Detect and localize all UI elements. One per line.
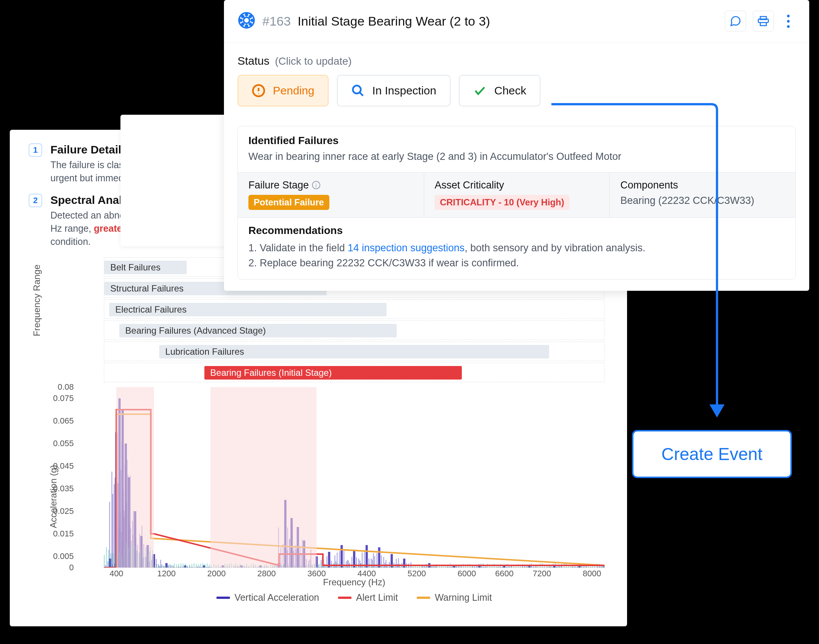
- create-event-label: Create Event: [661, 444, 762, 464]
- svg-rect-244: [561, 566, 562, 567]
- svg-rect-285: [161, 566, 161, 567]
- status-inspection-button[interactable]: In Inspection: [337, 75, 450, 106]
- svg-rect-175: [366, 545, 368, 567]
- failure-stage-cell: Failure Stagei Potential Failure: [238, 173, 424, 218]
- band-chip: Belt Failures: [104, 261, 187, 274]
- create-event-button[interactable]: Create Event: [632, 430, 792, 478]
- svg-rect-401: [415, 566, 415, 567]
- svg-rect-297: [187, 566, 188, 567]
- svg-point-504: [353, 86, 361, 94]
- band-chip: Lubrication Failures: [159, 345, 549, 359]
- status-inspection-label: In Inspection: [372, 84, 436, 97]
- svg-rect-289: [170, 564, 171, 567]
- svg-rect-358: [321, 563, 321, 567]
- svg-rect-282: [154, 566, 155, 567]
- svg-rect-166: [346, 562, 347, 567]
- svg-rect-195: [398, 558, 399, 567]
- svg-rect-194: [396, 559, 397, 567]
- plot-svg: [104, 387, 604, 567]
- status-check-button[interactable]: Check: [459, 75, 541, 106]
- recommendations-list: Validate in the field 14 inspection sugg…: [260, 241, 785, 271]
- svg-rect-10: [114, 484, 114, 567]
- svg-rect-74: [168, 565, 169, 567]
- plot-area: [104, 387, 604, 567]
- step-badge-1: 1: [29, 143, 42, 157]
- svg-rect-243: [559, 566, 559, 567]
- band-chip: Electrical Failures: [109, 303, 387, 316]
- comments-button[interactable]: [725, 11, 746, 32]
- svg-rect-480: [588, 566, 589, 567]
- svg-rect-292: [176, 564, 177, 567]
- recommendation-2: Replace bearing 22232 CCK/C3W33 if wear …: [260, 255, 785, 271]
- svg-rect-296: [185, 564, 186, 567]
- svg-point-503: [258, 93, 259, 94]
- svg-rect-294: [181, 563, 181, 567]
- svg-marker-506: [710, 404, 725, 417]
- print-button[interactable]: [753, 11, 774, 32]
- svg-rect-73: [164, 566, 164, 567]
- svg-rect-72: [161, 564, 162, 567]
- svg-rect-307: [209, 564, 210, 567]
- status-pending-button[interactable]: Pending: [238, 75, 329, 106]
- y-axis-title: Acceleration (g): [48, 465, 59, 528]
- svg-rect-182: [378, 547, 381, 567]
- y-axis-title-left: Frequency Range: [32, 264, 42, 336]
- band-row: Bearing Failures (Initial Stage): [104, 363, 604, 382]
- band-row: Electrical Failures: [104, 299, 604, 319]
- components-label: Components: [620, 179, 785, 191]
- svg-rect-86: [199, 566, 200, 567]
- svg-rect-360: [325, 566, 326, 567]
- svg-rect-9: [111, 472, 112, 567]
- svg-rect-183: [372, 560, 373, 567]
- svg-rect-299: [192, 564, 192, 567]
- inspection-suggestions-link[interactable]: 14 inspection suggestions: [348, 242, 465, 253]
- step-badge-2: 2: [29, 194, 42, 207]
- components-cell: Components Bearing (22232 CCK/C3W33): [609, 173, 795, 218]
- svg-rect-421: [459, 566, 459, 567]
- svg-rect-286: [163, 566, 164, 567]
- issue-number: #163: [262, 14, 291, 29]
- svg-rect-3: [108, 561, 108, 567]
- issue-detail-card: #163 Initial Stage Bearing Wear (2 to 3)…: [224, 0, 809, 291]
- status-pending-label: Pending: [273, 84, 314, 97]
- band-row: Bearing Failures (Advanced Stage): [104, 320, 604, 340]
- svg-rect-261: [108, 550, 109, 567]
- svg-rect-16: [115, 477, 115, 567]
- svg-point-491: [246, 14, 247, 15]
- svg-point-493: [240, 19, 242, 21]
- svg-rect-438: [496, 566, 497, 567]
- x-axis-title: Frequency (Hz): [104, 577, 604, 587]
- spectral-chart: Frequency Range Acceleration (g) Belt Fa…: [29, 257, 612, 603]
- svg-rect-452: [527, 566, 527, 567]
- svg-point-494: [251, 19, 253, 21]
- svg-line-505: [360, 92, 363, 96]
- svg-rect-287: [165, 565, 166, 567]
- svg-rect-207: [431, 566, 432, 567]
- svg-point-490: [244, 17, 249, 23]
- svg-rect-264: [115, 556, 115, 567]
- legend-vertical-acceleration: Vertical Acceleration: [217, 592, 319, 603]
- svg-rect-75: [171, 565, 171, 567]
- recommendation-1: Validate in the field 14 inspection sugg…: [260, 241, 785, 256]
- svg-rect-288: [167, 565, 168, 567]
- status-check-label: Check: [494, 84, 526, 97]
- info-icon[interactable]: i: [312, 181, 320, 189]
- band-row: Lubrication Failures: [104, 342, 604, 361]
- svg-rect-304: [203, 563, 203, 567]
- svg-point-495: [242, 15, 244, 17]
- bearing-icon: [238, 11, 255, 31]
- svg-rect-259: [104, 555, 104, 567]
- legend-alert-limit: Alert Limit: [338, 592, 398, 603]
- issue-header: #163 Initial Stage Bearing Wear (2 to 3): [224, 0, 809, 43]
- failures-box: Identified Failures Wear in bearing inne…: [238, 126, 796, 279]
- band-chip: Bearing Failures (Advanced Stage): [119, 324, 397, 337]
- svg-rect-305: [205, 564, 206, 567]
- more-menu-button[interactable]: [781, 15, 796, 28]
- status-hint: (Click to update): [275, 55, 352, 67]
- svg-rect-167: [348, 561, 349, 567]
- svg-rect-71: [159, 566, 160, 567]
- svg-rect-300: [194, 563, 195, 567]
- svg-rect-428: [474, 566, 475, 567]
- svg-rect-500: [760, 23, 766, 26]
- criticality-label: Asset Criticality: [435, 179, 599, 191]
